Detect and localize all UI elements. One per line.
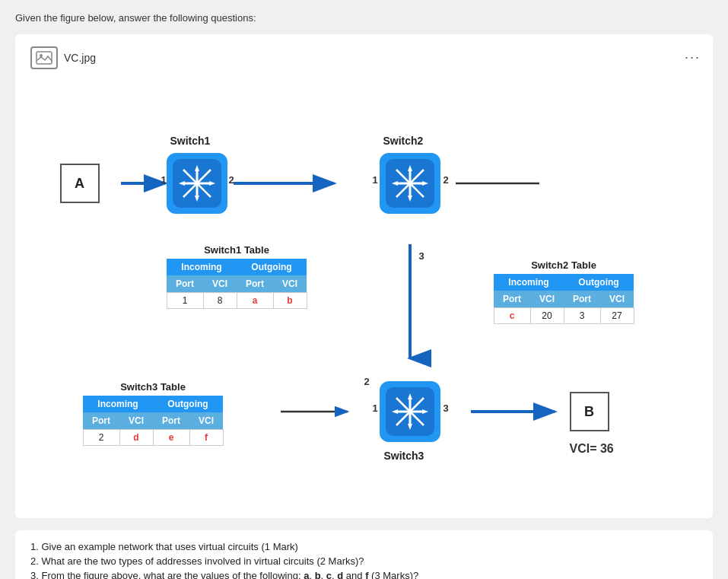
switch3-outgoing-header: Outgoing xyxy=(153,396,223,412)
switch3-out-port: e xyxy=(153,430,189,446)
switch1-out-vci: b xyxy=(273,293,307,309)
switch1-box xyxy=(167,153,227,214)
question-2: 2. What are the two types of addresses i… xyxy=(30,555,698,567)
switch2-col-port1: Port xyxy=(494,291,530,308)
switch3-col-port1: Port xyxy=(83,412,119,430)
port-s3-left: 1 xyxy=(373,402,378,414)
image-icon xyxy=(30,46,58,69)
more-button[interactable]: ... xyxy=(685,46,701,62)
port-s1-left: 1 xyxy=(161,174,167,186)
switch2-table: Switch2 Table Incoming Outgoing Port VCI… xyxy=(494,259,634,324)
switch1-outgoing-header: Outgoing xyxy=(237,259,307,275)
switch2-col-vci1: VCI xyxy=(530,291,564,308)
switch2-box xyxy=(380,153,440,214)
switch2-incoming-header: Incoming xyxy=(494,274,564,291)
switch2-out-port: 3 xyxy=(564,308,600,324)
switch2-col-port2: Port xyxy=(564,291,600,308)
question-1: 1. Give an example network that uses vir… xyxy=(30,541,698,552)
switch2-col-vci2: VCI xyxy=(600,291,634,308)
page-container: Given the figure below, answer the follo… xyxy=(0,0,728,579)
switch3-col-vci1: VCI xyxy=(119,412,153,430)
port-s2-bottom: 3 xyxy=(419,250,424,262)
switch3-col-vci2: VCI xyxy=(189,412,223,430)
switch1-label: Switch1 xyxy=(170,135,211,147)
switch3-box xyxy=(380,381,440,442)
switch1-col-port1: Port xyxy=(167,275,203,293)
port-s2-left: 1 xyxy=(373,174,378,186)
filename-label: VC.jpg xyxy=(64,52,96,64)
port-s3-top: 2 xyxy=(364,376,370,387)
diagram-area: A Switch1 xyxy=(37,77,691,503)
switch1-out-port: a xyxy=(237,293,273,309)
switch1-in-port: 1 xyxy=(167,293,203,309)
switch1-table-title: Switch1 Table xyxy=(167,244,307,256)
switch1-col-vci1: VCI xyxy=(203,275,237,293)
port-s2-right: 2 xyxy=(443,174,449,186)
image-card-header: VC.jpg xyxy=(30,46,698,69)
questions-section: 1. Give an example network that uses vir… xyxy=(15,530,713,579)
switch2-in-port: c xyxy=(494,308,530,324)
switch3-col-port2: Port xyxy=(153,412,189,430)
switch1-in-vci: 8 xyxy=(203,293,237,309)
switch3-table: Switch3 Table Incoming Outgoing Port VCI… xyxy=(83,381,224,446)
switch2-table-title: Switch2 Table xyxy=(494,259,634,271)
image-card: VC.jpg ... xyxy=(15,34,713,518)
switch3-incoming-header: Incoming xyxy=(83,396,153,412)
port-s3-right: 3 xyxy=(443,402,449,414)
switch3-label: Switch3 xyxy=(384,450,424,462)
question-3: 3. From the figure above, what are the v… xyxy=(30,570,698,579)
switch3-in-port: 2 xyxy=(83,430,119,446)
switch2-in-vci: 20 xyxy=(530,308,564,324)
switch1-table: Switch1 Table Incoming Outgoing Port VCI… xyxy=(167,244,307,309)
switch3-table-title: Switch3 Table xyxy=(83,381,224,393)
node-b: B xyxy=(570,392,609,431)
switch1-incoming-header: Incoming xyxy=(167,259,237,275)
switch3-out-vci: f xyxy=(189,430,223,446)
port-s1-right: 2 xyxy=(229,174,234,186)
question-header: Given the figure below, answer the follo… xyxy=(15,12,713,24)
switch3-in-vci: d xyxy=(119,430,153,446)
switch2-out-vci: 27 xyxy=(600,308,634,324)
switch1-col-vci2: VCI xyxy=(273,275,307,293)
switch2-outgoing-header: Outgoing xyxy=(564,274,634,291)
node-a: A xyxy=(60,164,100,203)
switch1-col-port2: Port xyxy=(237,275,273,293)
vci-label: VCI= 36 xyxy=(570,442,614,456)
switch2-label: Switch2 xyxy=(383,135,424,147)
